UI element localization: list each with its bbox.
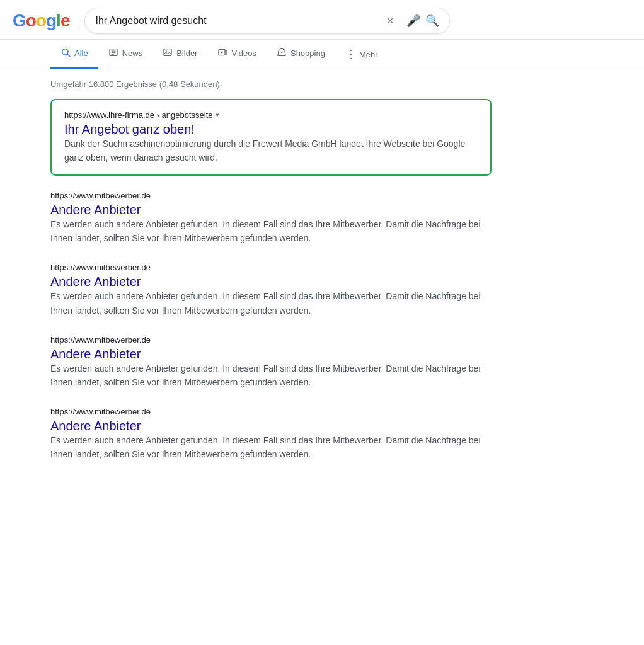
more-menu[interactable]: ⋮ Mehr — [335, 40, 388, 69]
result-title-1[interactable]: Andere Anbieter — [50, 203, 141, 217]
tab-videos-label: Videos — [231, 49, 256, 58]
svg-line-1 — [67, 54, 70, 57]
result-url-4: https://www.mitbewerber.de — [50, 407, 492, 416]
svg-marker-9 — [221, 51, 224, 54]
result-desc-2: Es werden auch andere Anbieter gefunden.… — [50, 289, 492, 317]
result-desc-3: Es werden auch andere Anbieter gefunden.… — [50, 362, 492, 389]
videos-icon — [217, 47, 227, 59]
tab-bilder-label: Bilder — [176, 49, 197, 58]
tab-alle-label: Alle — [74, 49, 88, 58]
tab-news-label: News — [122, 49, 143, 58]
svg-point-7 — [166, 50, 167, 52]
result-url-3: https://www.mitbewerber.de — [50, 335, 492, 345]
featured-url: https://www.ihre-firma.de › angebotsseit… — [64, 110, 478, 120]
featured-title[interactable]: Ihr Angebot ganz oben! — [64, 122, 195, 136]
svg-rect-6 — [164, 49, 171, 56]
tab-shopping-label: Shopping — [290, 49, 325, 58]
alle-icon — [60, 47, 71, 59]
voice-icon[interactable]: 🎤 — [406, 14, 420, 28]
tab-videos[interactable]: Videos — [207, 40, 267, 69]
more-dots-icon: ⋮ — [345, 47, 357, 61]
search-input[interactable] — [95, 15, 379, 26]
search-bar: × 🎤 🔍 — [84, 8, 450, 34]
tab-news[interactable]: News — [98, 40, 153, 69]
news-icon — [108, 47, 118, 59]
result-title-3[interactable]: Andere Anbieter — [50, 347, 141, 361]
search-divider — [401, 13, 401, 28]
shopping-icon — [277, 47, 287, 59]
result-url-1: https://www.mitbewerber.de — [50, 191, 492, 200]
tab-shopping[interactable]: Shopping — [267, 40, 335, 69]
results-container: Umgefähr 16.800 Ergebnisse (0,48 Sekunde… — [0, 69, 542, 489]
result-item: https://www.mitbewerber.de Andere Anbiet… — [50, 263, 492, 317]
result-title-4[interactable]: Andere Anbieter — [50, 419, 141, 433]
result-item: https://www.mitbewerber.de Andere Anbiet… — [50, 191, 492, 245]
featured-description: Dank der Suchmaschinenoptimierung durch … — [64, 137, 478, 164]
search-button[interactable]: 🔍 — [425, 14, 439, 28]
result-title-2[interactable]: Andere Anbieter — [50, 275, 141, 288]
featured-result: https://www.ihre-firma.de › angebotsseit… — [50, 99, 492, 176]
google-logo: Google — [13, 11, 69, 31]
clear-icon[interactable]: × — [384, 14, 396, 28]
result-item: https://www.mitbewerber.de Andere Anbiet… — [50, 335, 492, 389]
result-url-2: https://www.mitbewerber.de — [50, 263, 492, 272]
nav-tabs: Alle News Bilder — [0, 40, 644, 69]
more-label: Mehr — [359, 50, 378, 59]
tab-bilder[interactable]: Bilder — [152, 40, 207, 69]
url-dropdown-arrow[interactable]: ▾ — [216, 111, 219, 119]
bilder-icon — [163, 47, 173, 59]
result-item: https://www.mitbewerber.de Andere Anbiet… — [50, 407, 492, 461]
header: Google × 🎤 🔍 — [0, 0, 644, 40]
result-desc-4: Es werden auch andere Anbieter gefunden.… — [50, 433, 492, 461]
tab-alle[interactable]: Alle — [50, 40, 98, 69]
result-count: Umgefähr 16.800 Ergebnisse (0,48 Sekunde… — [50, 79, 492, 89]
result-desc-1: Es werden auch andere Anbieter gefunden.… — [50, 217, 492, 245]
